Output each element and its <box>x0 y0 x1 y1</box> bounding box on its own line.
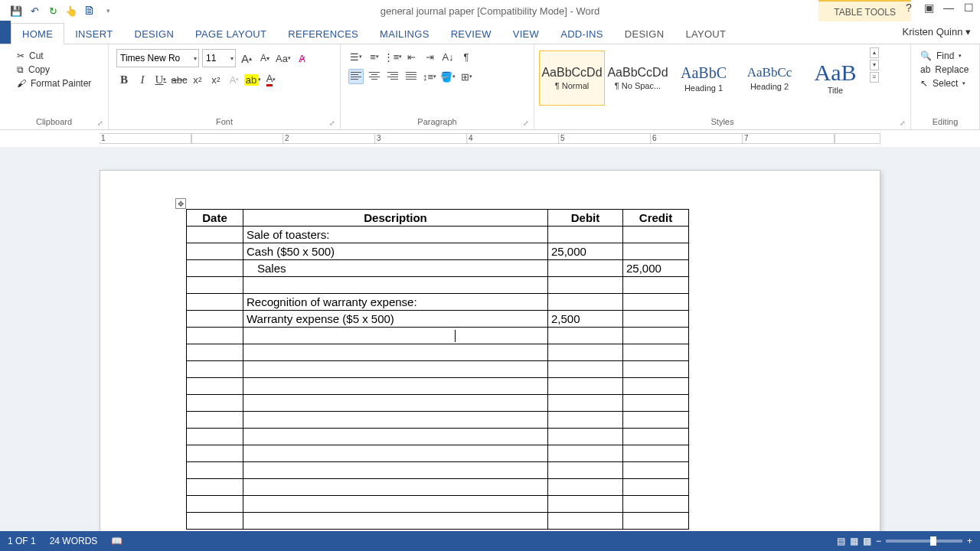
page[interactable]: ✥ Date Description Debit Credit Sale of … <box>100 170 880 531</box>
table-row[interactable] <box>187 496 689 513</box>
table-row[interactable] <box>187 328 689 344</box>
select-button[interactable]: ↖Select ▾ <box>920 78 969 89</box>
font-name-select[interactable]: Times New Ro▾ <box>116 49 199 67</box>
strikethrough-button[interactable]: abc <box>172 72 187 87</box>
table-row[interactable]: Warranty expense ($5 x 500)2,500 <box>187 311 689 328</box>
table-row[interactable] <box>187 513 689 530</box>
change-case-button[interactable]: Aa▾ <box>276 51 291 66</box>
tab-view[interactable]: VIEW <box>502 24 550 44</box>
read-mode-button[interactable]: ▤ <box>837 536 845 546</box>
style-no-spacing[interactable]: AaBbCcDd ¶ No Spac... <box>605 51 671 106</box>
tab-references[interactable]: REFERENCES <box>277 24 369 44</box>
decrease-indent-button[interactable]: ⇤ <box>403 49 419 64</box>
underline-button[interactable]: U▾ <box>153 72 168 87</box>
col-credit[interactable]: Credit <box>623 210 689 227</box>
replace-button[interactable]: abReplace <box>920 64 969 75</box>
col-description[interactable]: Description <box>243 210 548 227</box>
table-row[interactable] <box>187 462 689 479</box>
clear-formatting-button[interactable]: A̷ <box>294 51 309 66</box>
styles-gallery[interactable]: AaBbCcDd ¶ Normal AaBbCcDd ¶ No Spac... … <box>539 47 868 109</box>
file-tab[interactable] <box>0 21 11 44</box>
table-row[interactable]: Sale of toasters: <box>187 227 689 243</box>
align-right-button[interactable] <box>385 69 400 84</box>
styles-down-button[interactable]: ▾ <box>870 60 879 70</box>
line-spacing-button[interactable]: ↕≡▾ <box>422 69 437 84</box>
word-count[interactable]: 24 WORDS <box>50 536 98 546</box>
minimize-button[interactable]: — <box>942 2 956 14</box>
copy-button[interactable]: ⧉Copy <box>17 64 91 75</box>
subscript-button[interactable]: x2 <box>190 72 205 87</box>
paragraph-launcher[interactable]: ⤢ <box>523 119 529 127</box>
zoom-in-button[interactable]: + <box>967 536 972 546</box>
shading-button[interactable]: 🪣▾ <box>440 69 456 84</box>
tab-table-design[interactable]: DESIGN <box>614 24 675 44</box>
table-row[interactable] <box>187 395 689 412</box>
font-color-button[interactable]: A▾ <box>263 72 279 87</box>
tab-design[interactable]: DESIGN <box>123 24 185 44</box>
tab-home[interactable]: HOME <box>11 23 64 44</box>
styles-more-button[interactable]: ≡ <box>870 72 879 83</box>
col-date[interactable]: Date <box>187 210 243 227</box>
help-button[interactable]: ? <box>902 2 916 14</box>
web-layout-button[interactable]: ▩ <box>863 536 871 546</box>
table-row[interactable] <box>187 378 689 395</box>
col-debit[interactable]: Debit <box>548 210 623 227</box>
sort-button[interactable]: A↓ <box>440 49 456 64</box>
cut-button[interactable]: ✂Cut <box>17 51 91 61</box>
increase-indent-button[interactable]: ⇥ <box>422 49 437 64</box>
print-layout-button[interactable]: ▦ <box>850 536 858 546</box>
italic-button[interactable]: I <box>135 72 150 87</box>
table-row[interactable] <box>187 445 689 462</box>
style-normal[interactable]: AaBbCcDd ¶ Normal <box>539 51 605 106</box>
style-title[interactable]: AaB Title <box>802 51 868 106</box>
tab-mailings[interactable]: MAILINGS <box>369 24 440 44</box>
table-row[interactable]: Recognition of warranty expense: <box>187 294 689 311</box>
tab-page-layout[interactable]: PAGE LAYOUT <box>185 24 277 44</box>
table-row[interactable] <box>187 344 689 361</box>
tab-review[interactable]: REVIEW <box>440 24 502 44</box>
numbering-button[interactable]: ≡▾ <box>367 49 382 64</box>
highlight-button[interactable]: ab▾ <box>245 72 260 87</box>
text-effects-button[interactable]: A▾ <box>227 72 242 87</box>
format-painter-button[interactable]: 🖌Format Painter <box>17 78 91 89</box>
bullets-button[interactable]: ☰▾ <box>348 49 364 64</box>
align-left-button[interactable] <box>348 69 364 84</box>
table-move-handle[interactable]: ✥ <box>175 198 186 209</box>
maximize-button[interactable]: ☐ <box>962 2 975 14</box>
table-row[interactable] <box>187 412 689 429</box>
clipboard-launcher[interactable]: ⤢ <box>97 119 103 127</box>
zoom-slider[interactable] <box>886 540 962 543</box>
table-row[interactable] <box>187 277 689 294</box>
superscript-button[interactable]: x2 <box>208 72 224 87</box>
table-row[interactable] <box>187 429 689 445</box>
styles-launcher[interactable]: ⤢ <box>900 119 906 127</box>
tab-insert[interactable]: INSERT <box>64 24 123 44</box>
tab-table-layout[interactable]: LAYOUT <box>675 24 737 44</box>
ribbon-options-button[interactable]: ▣ <box>922 2 936 14</box>
font-size-select[interactable]: 11▾ <box>202 49 236 67</box>
shrink-font-button[interactable]: A▾ <box>257 51 273 66</box>
table-row[interactable]: Sales25,000 <box>187 260 689 277</box>
tab-addins[interactable]: ADD-INS <box>550 24 614 44</box>
style-heading1[interactable]: AaBbC Heading 1 <box>671 51 737 106</box>
zoom-out-button[interactable]: − <box>876 536 881 546</box>
find-button[interactable]: 🔍Find ▾ <box>920 51 969 61</box>
styles-up-button[interactable]: ▴ <box>870 47 879 58</box>
page-count[interactable]: 1 OF 1 <box>8 536 36 546</box>
table-row[interactable]: Cash ($50 x 500)25,000 <box>187 243 689 260</box>
align-center-button[interactable] <box>367 69 382 84</box>
bold-button[interactable]: B <box>116 72 132 87</box>
proofing-icon[interactable]: 📖 <box>111 536 122 546</box>
journal-table[interactable]: Date Description Debit Credit Sale of to… <box>186 209 689 530</box>
horizontal-ruler[interactable]: 1 2 3 4 5 6 7 <box>0 130 980 147</box>
borders-button[interactable]: ⊞▾ <box>459 69 474 84</box>
show-marks-button[interactable]: ¶ <box>459 49 474 64</box>
grow-font-button[interactable]: A▴ <box>239 51 254 66</box>
table-row[interactable] <box>187 361 689 378</box>
font-launcher[interactable]: ⤢ <box>329 119 335 127</box>
multilevel-button[interactable]: ⋮≡▾ <box>385 49 400 64</box>
justify-button[interactable] <box>403 69 419 84</box>
style-heading2[interactable]: AaBbCc Heading 2 <box>737 51 802 106</box>
user-name[interactable]: Kristen Quinn ▾ <box>903 26 971 37</box>
table-row[interactable] <box>187 479 689 496</box>
